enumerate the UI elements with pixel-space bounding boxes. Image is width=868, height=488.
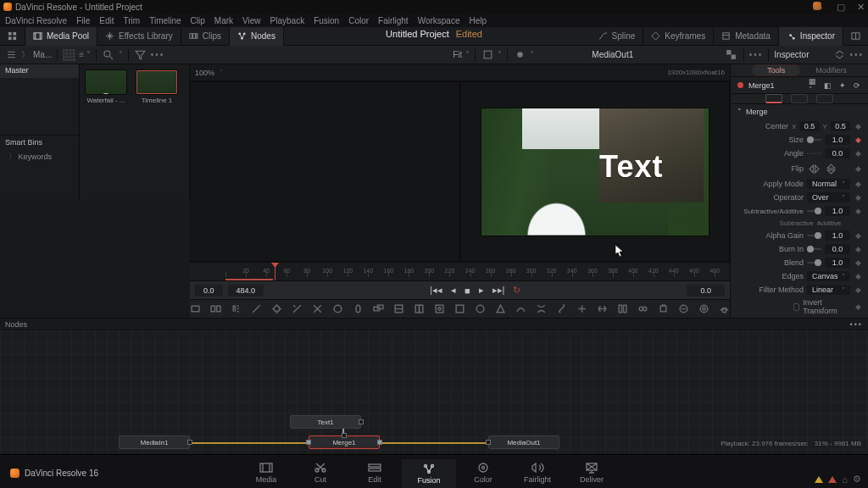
subadd-slider[interactable] (807, 210, 821, 212)
pin-icon[interactable]: ◧ (823, 80, 832, 90)
error-icon[interactable] (828, 476, 837, 483)
menu-item[interactable]: DaVinci Resolve (5, 16, 67, 25)
alpha-field[interactable]: 1.0 (825, 230, 850, 241)
menu-item[interactable]: View (242, 16, 261, 25)
port-output[interactable] (377, 440, 382, 445)
window-close-icon[interactable]: ✕ (857, 2, 865, 13)
port-input[interactable] (486, 440, 491, 445)
viewer-left[interactable] (190, 81, 460, 262)
tab-clips[interactable]: Clips (181, 27, 230, 46)
list-view-icon[interactable] (4, 48, 18, 62)
panels-button[interactable] (0, 27, 25, 46)
keyframe-icon[interactable]: ◆ (855, 302, 861, 311)
clip-thumb[interactable]: Waterfall - ... (85, 69, 127, 194)
center-y-field[interactable]: 0.5 (831, 121, 850, 131)
window-minimize-icon[interactable]: — (813, 2, 821, 10)
tool-icon[interactable] (393, 303, 404, 314)
menu-item[interactable]: Clip (191, 16, 205, 25)
search-icon[interactable] (102, 48, 115, 62)
keywords-item[interactable]: 〉 Keywords (0, 149, 79, 165)
menu-item[interactable]: Edit (99, 16, 114, 25)
subadd-field[interactable]: 1.0 (825, 206, 850, 216)
keyframe-icon[interactable]: ◆ (855, 231, 861, 240)
flip-horiz-icon[interactable] (807, 162, 821, 175)
reset-icon[interactable]: ⟳ (852, 80, 861, 90)
tool-icon[interactable] (637, 303, 648, 314)
blend-field[interactable]: 1.0 (825, 258, 850, 268)
invert-checkbox[interactable] (793, 303, 800, 311)
tool-icon[interactable] (353, 303, 364, 314)
tool-icon[interactable] (454, 303, 465, 314)
output-node-label[interactable]: MediaOut1 (592, 50, 633, 59)
page-media[interactable]: Media (239, 458, 293, 488)
tab-keyframes[interactable]: Keyframes (643, 27, 714, 46)
tool-icon[interactable] (210, 303, 221, 314)
page-cut[interactable]: Cut (293, 458, 348, 488)
window-maximize-icon[interactable]: ▢ (837, 2, 845, 13)
page-fusion[interactable]: Fusion (402, 458, 456, 488)
viewmode-caret-icon[interactable]: ≡ ˅ (79, 50, 91, 59)
menu-item[interactable]: Mark (214, 16, 233, 25)
subtab-icon[interactable] (791, 94, 808, 103)
menu-item[interactable]: Fairlight (378, 16, 409, 25)
bin-master-tab[interactable]: Master (0, 64, 79, 78)
burn-slider[interactable] (807, 248, 821, 250)
tab-effects-library[interactable]: Effects Library (97, 27, 181, 46)
keyframe-icon[interactable]: ◆ (855, 245, 861, 253)
loop-icon[interactable]: ↻ (513, 285, 520, 296)
step-back-icon[interactable]: ◂ (451, 285, 456, 296)
grid-dots-icon[interactable]: ▦ ˅ (809, 80, 818, 90)
inspector-tab-tools[interactable]: Tools (752, 64, 800, 76)
section-merge-header[interactable]: ˅Merge (737, 108, 861, 116)
menu-item[interactable]: Timeline (149, 16, 181, 25)
options-menu-icon[interactable]: ••• (749, 50, 764, 59)
warning-icon[interactable] (815, 476, 823, 483)
tool-icon[interactable] (576, 303, 587, 314)
tab-metadata[interactable]: Metadata (714, 27, 779, 46)
checker-icon[interactable] (725, 48, 738, 62)
menu-item[interactable]: Trim (124, 16, 141, 25)
clip-thumb[interactable]: Timeline 1 (136, 69, 178, 194)
port-foreground[interactable] (342, 433, 347, 438)
tool-icon[interactable] (231, 303, 242, 314)
subtab-icon[interactable] (816, 94, 833, 103)
zoom-value[interactable]: 100% (195, 69, 214, 77)
tool-icon[interactable] (658, 303, 669, 314)
square-icon[interactable] (481, 48, 494, 62)
more-icon[interactable]: ••• (850, 320, 863, 329)
tool-icon[interactable] (617, 303, 628, 314)
time-ruler[interactable]: 2040608010012014016018020022024026028030… (190, 262, 730, 280)
node-mediain[interactable]: MediaIn1 (119, 435, 190, 449)
menu-item[interactable]: Playback (270, 16, 305, 25)
tool-icon[interactable] (475, 303, 486, 314)
page-deliver[interactable]: Deliver (565, 458, 619, 488)
more-icon[interactable]: ••• (151, 50, 165, 59)
angle-field[interactable]: 0.0 (825, 148, 850, 158)
port-output[interactable] (359, 419, 364, 424)
inspector-tab-modifiers[interactable]: Modifiers (815, 66, 847, 75)
breadcrumb[interactable]: 〉 (21, 49, 30, 61)
blend-slider[interactable] (807, 262, 821, 263)
tab-nodes[interactable]: Nodes (230, 27, 284, 46)
breadcrumb-label[interactable]: Ma... (33, 50, 52, 59)
page-fairlight[interactable]: Fairlight (510, 458, 565, 488)
tool-icon[interactable] (332, 303, 343, 314)
keyframe-icon[interactable]: ◆ (855, 272, 861, 280)
go-first-icon[interactable]: |◂◂ (430, 285, 442, 296)
go-last-icon[interactable]: ▸▸| (492, 285, 505, 296)
tool-icon[interactable] (312, 303, 323, 314)
port-input[interactable] (306, 440, 311, 445)
expand-icon[interactable] (832, 48, 846, 62)
tool-icon[interactable] (434, 303, 445, 314)
keyframe-icon[interactable]: ◆ (855, 164, 861, 173)
viewer-fit-dropdown[interactable]: Fit (453, 50, 462, 59)
menu-item[interactable]: Help (469, 16, 487, 25)
menu-item[interactable]: Workspace (418, 16, 460, 25)
tool-icon[interactable] (536, 303, 547, 314)
keyframe-icon[interactable]: ◆ (855, 149, 861, 158)
keyframe-icon[interactable]: ◆ (855, 180, 861, 188)
size-field[interactable]: 1.0 (825, 135, 850, 145)
burn-field[interactable]: 0.0 (825, 244, 850, 254)
operator-dropdown[interactable]: Over (807, 192, 850, 202)
filter-dropdown[interactable]: Linear (807, 285, 850, 295)
